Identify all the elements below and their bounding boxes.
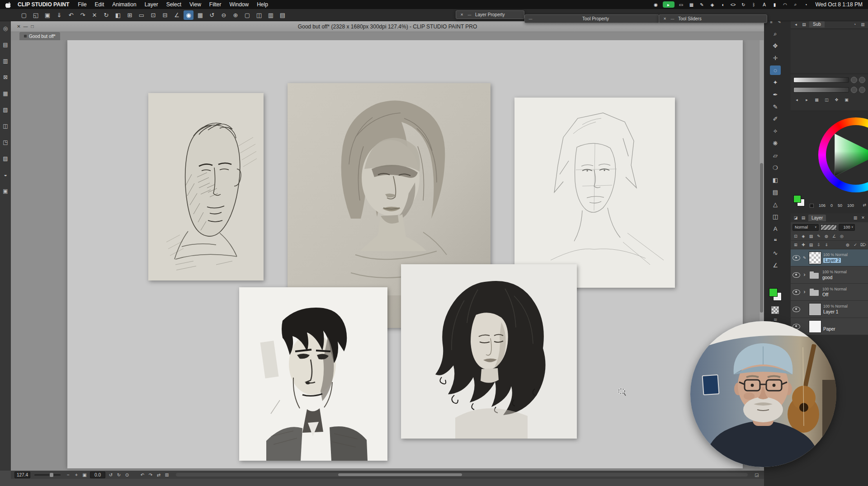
slider-lock-icon[interactable]	[859, 87, 865, 93]
selection-add-button[interactable]: ⊡	[148, 10, 158, 20]
balloon-tool[interactable]: ❝	[770, 236, 781, 246]
airbrush-tool[interactable]: ✧	[770, 126, 781, 136]
layer-name[interactable]: Layer 2	[823, 258, 867, 263]
blend-mode-select[interactable]: Normal ▾	[793, 224, 819, 231]
gradient-tool[interactable]: ▤	[770, 187, 781, 197]
layer-name[interactable]: good	[822, 275, 867, 280]
lock-icon[interactable]: ◈	[709, 1, 716, 8]
panel-close-icon[interactable]: ✕	[860, 215, 866, 221]
selection-tool[interactable]: ◌	[770, 65, 781, 75]
transfer-down-icon[interactable]: ⇩	[816, 242, 822, 248]
canvas-area[interactable]	[11, 40, 764, 471]
layer-visibility-icon[interactable]	[793, 272, 800, 278]
panel-options-icon[interactable]: ▥	[852, 215, 859, 221]
menu-select[interactable]: Select	[162, 1, 185, 8]
workspace-panel-icon[interactable]: ▣	[1, 187, 9, 195]
pencil-tool[interactable]: ✎	[770, 102, 781, 112]
lock-layer-icon[interactable]: ◈	[800, 234, 807, 239]
draft-layer-icon[interactable]: ✎	[816, 234, 822, 239]
apple-logo-icon[interactable]	[5, 1, 11, 8]
zoom-value[interactable]: 127.4	[14, 472, 30, 478]
menu-filter[interactable]: Filter	[205, 1, 226, 8]
close-icon[interactable]: ✕	[663, 17, 667, 21]
frame-border-tool[interactable]: ◫	[770, 212, 781, 221]
create-mask-icon[interactable]: ◍	[844, 242, 851, 248]
fill-button[interactable]: ◧	[113, 10, 123, 20]
timelapse-panel-icon[interactable]: ◒	[1, 171, 9, 179]
close-panel-icon[interactable]: ⊠	[1, 73, 9, 81]
brush-size-slider[interactable]	[793, 77, 849, 83]
folder-disclosure-icon[interactable]: ›	[804, 290, 806, 294]
close-icon[interactable]: ✕	[460, 13, 464, 17]
quick-search-icon[interactable]: ◎	[1, 24, 9, 33]
battery-icon[interactable]: ▮	[771, 1, 778, 8]
opacity-value[interactable]: 100 ▾	[839, 224, 855, 231]
layer-property-palette-bar[interactable]: ✕ — Layer Property	[456, 10, 524, 19]
pen-tablet-icon[interactable]: ✎	[698, 1, 706, 8]
zoom-out-button[interactable]: ⊖	[219, 10, 229, 20]
canvas-document[interactable]	[67, 40, 743, 468]
flip-horizontal-button[interactable]: ⇄	[155, 472, 162, 478]
status-app-icon[interactable]: ◉	[652, 1, 660, 8]
layer-row[interactable]: › 100 % Normal good	[791, 266, 868, 284]
menu-file[interactable]: File	[74, 1, 90, 8]
next-sub-tool-icon[interactable]: ▸	[803, 97, 810, 103]
selection-replace-button[interactable]: ▭	[137, 10, 146, 20]
main-color-swatch[interactable]	[769, 288, 778, 297]
eraser-tool[interactable]: ▱	[770, 151, 781, 160]
rotate-cw-button[interactable]: ↻	[115, 472, 123, 478]
menu-clock[interactable]: Wed Oct 8 1:18 PM	[816, 1, 863, 8]
slider-lock-icon[interactable]	[859, 77, 865, 83]
tab-layer[interactable]: Layer	[808, 215, 826, 221]
spotlight-icon[interactable]: ⌕	[792, 1, 799, 8]
display-icon[interactable]: ▭	[678, 1, 685, 8]
clear-button[interactable]: ✕	[90, 10, 99, 20]
opacity-slider[interactable]	[821, 224, 837, 230]
wifi-icon[interactable]: ◠	[782, 1, 789, 8]
rotate-canvas-button[interactable]: ↻	[101, 10, 111, 20]
pan-view-icon[interactable]: ✥	[833, 97, 840, 103]
text-tool[interactable]: A	[770, 224, 781, 234]
apply-mask-icon[interactable]: ✓	[852, 242, 859, 248]
palette-back-icon[interactable]: ◂	[793, 21, 799, 28]
line-correction-tool[interactable]: ∿	[770, 248, 781, 258]
bluetooth-icon[interactable]: ᛒ	[750, 1, 758, 8]
slider-option-icon[interactable]	[851, 77, 857, 83]
layer-thumbnail[interactable]	[809, 320, 821, 333]
information-panel-icon[interactable]: ◳	[1, 138, 9, 146]
zoom-tool[interactable]: ⌕	[770, 29, 781, 38]
selection-subtract-button[interactable]: ⊟	[160, 10, 170, 20]
horizontal-scrollbar-thumb[interactable]	[338, 473, 462, 476]
zoom-slider[interactable]	[34, 474, 61, 476]
palette-dock-icon[interactable]: ◪	[793, 215, 799, 221]
prev-sub-tool-icon[interactable]: ◂	[793, 97, 800, 103]
snap-to-grid-button[interactable]: ▦	[195, 10, 205, 20]
palette-pin-icon[interactable]: ◔	[851, 21, 858, 28]
delete-layer-icon[interactable]: ⌦	[860, 242, 866, 248]
menu-animation[interactable]: Animation	[108, 1, 140, 8]
screen-mode-button[interactable]: ▢	[242, 10, 252, 20]
slider-option-icon[interactable]	[851, 87, 857, 93]
merge-down-icon[interactable]: ⇓	[823, 242, 830, 248]
menu-window[interactable]: Window	[226, 1, 253, 8]
minimize-icon[interactable]: —	[528, 17, 533, 21]
minimize-icon[interactable]: —	[467, 13, 472, 17]
reset-rotation-button[interactable]: ⊙	[123, 472, 131, 478]
snap-to-ruler-button[interactable]: ∠	[172, 10, 182, 20]
enable-mask-icon[interactable]: ◍	[823, 234, 830, 239]
transparent-color-swatch[interactable]	[771, 306, 779, 314]
layer-row[interactable]: 100 % Normal Layer 1	[791, 301, 868, 318]
pen-tool[interactable]: ✒	[770, 90, 781, 99]
color-mode-switch-icon[interactable]: ⇄	[863, 203, 866, 207]
palette-menu-icon[interactable]: ▥	[859, 21, 866, 28]
menu-layer[interactable]: Layer	[141, 1, 162, 8]
palette-list-icon[interactable]: ▤	[801, 21, 807, 28]
reset-view-button[interactable]: ⊞	[163, 472, 170, 478]
ruler-tool[interactable]: ∠	[770, 261, 781, 270]
layer-thumbnail[interactable]	[809, 303, 821, 316]
redo-view-button[interactable]: ↷	[147, 472, 154, 478]
zoom-in-button[interactable]: +	[73, 472, 80, 478]
rotate-view-button[interactable]: ↺	[207, 10, 217, 20]
control-center-icon[interactable]: ◔	[802, 1, 810, 8]
brush-tool[interactable]: ✐	[770, 114, 781, 124]
